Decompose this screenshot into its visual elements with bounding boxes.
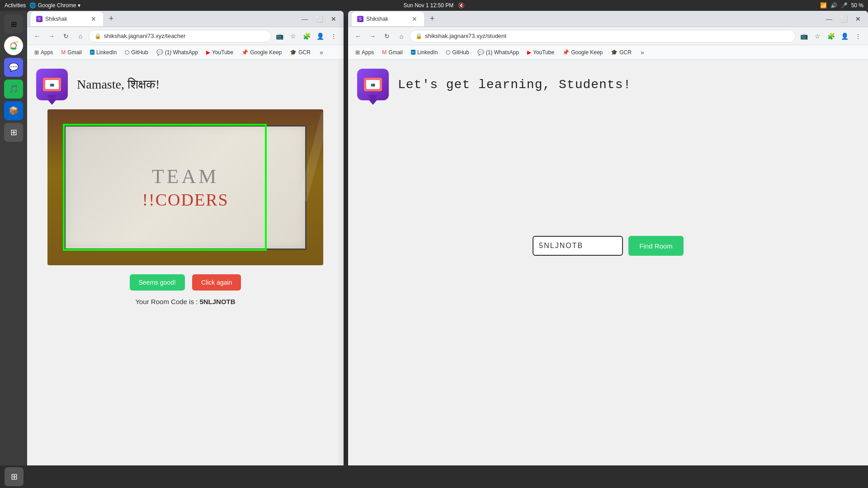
- left-bookmark-gmail-icon: M: [61, 49, 66, 56]
- right-bookmark-youtube-icon: ▶: [527, 49, 531, 56]
- right-bookmark-linkedin[interactable]: in LinkedIn: [407, 48, 442, 56]
- right-minimize-button[interactable]: —: [823, 13, 835, 25]
- sidebar-icon-discord[interactable]: 💬: [4, 58, 23, 77]
- right-address-bar[interactable]: 🔒 shikshak.jagnani73.xyz/student: [410, 30, 796, 42]
- left-bookmark-keep[interactable]: 📌 Google Keep: [238, 48, 285, 56]
- right-bookmark-icon[interactable]: ☆: [811, 30, 824, 42]
- left-bookmark-gcr[interactable]: 🎓 GCR: [286, 48, 314, 56]
- right-bookmark-whatsapp-label: (1) WhatsApp: [486, 49, 519, 56]
- left-forward-button[interactable]: →: [45, 30, 58, 42]
- left-extension-icon[interactable]: 🧩: [300, 30, 313, 42]
- left-maximize-button[interactable]: ⬜: [313, 13, 326, 25]
- right-forward-button[interactable]: →: [366, 30, 379, 42]
- right-bookmark-gmail-label: Gmail: [388, 49, 402, 56]
- right-back-button[interactable]: ←: [352, 30, 364, 42]
- left-nav-actions: 📺 ☆ 🧩 👤 ⋮: [273, 30, 340, 42]
- sidebar-icon-grid[interactable]: ⊞: [4, 123, 23, 142]
- right-bookmark-whatsapp[interactable]: 💬 (1) WhatsApp: [474, 48, 523, 56]
- left-bookmark-whatsapp-icon: 💬: [156, 49, 163, 56]
- left-bookmarks-more[interactable]: »: [317, 48, 326, 57]
- right-nav-actions: 📺 ☆ 🧩 👤 ⋮: [797, 30, 864, 42]
- left-bookmark-gmail[interactable]: M Gmail: [57, 48, 85, 56]
- right-menu-icon[interactable]: ⋮: [852, 30, 864, 42]
- right-home-button[interactable]: ⌂: [395, 30, 408, 42]
- left-tab-close-icon[interactable]: ✕: [90, 15, 98, 23]
- room-code-input[interactable]: [533, 236, 623, 256]
- right-lock-icon: 🔒: [415, 33, 422, 39]
- left-tab-favicon: S: [36, 16, 42, 22]
- left-back-button[interactable]: ←: [31, 30, 43, 42]
- right-bookmark-gcr-icon: 🎓: [611, 49, 618, 56]
- left-bookmark-youtube-icon: ▶: [206, 49, 210, 56]
- left-cast-icon[interactable]: 📺: [273, 30, 286, 42]
- right-extension-icon[interactable]: 🧩: [825, 30, 837, 42]
- right-bookmark-gmail[interactable]: M Gmail: [378, 48, 406, 56]
- left-window-controls: — ⬜ ✕: [298, 13, 340, 25]
- sidebar-icon-activities[interactable]: ⊞: [4, 14, 23, 33]
- browser-label[interactable]: 🌐 Google Chrome ▾: [29, 2, 80, 9]
- whiteboard-line1: TEAM: [152, 165, 219, 188]
- left-bookmark-linkedin[interactable]: in LinkedIn: [86, 48, 121, 56]
- left-bookmarks-bar: ⊞ Apps M Gmail in LinkedIn ⬡ GitHub 💬 (1…: [27, 45, 344, 60]
- left-browser-window: S Shikshak ✕ + — ⬜ ✕ ← → ↻ ⌂ 🔒 shikshak.…: [27, 11, 344, 477]
- find-room-button[interactable]: Find Room: [628, 236, 683, 256]
- datetime-label: Sun Nov 1 12:50 PM: [403, 2, 453, 9]
- whiteboard-line2: !!CODERS: [142, 190, 228, 210]
- right-tab-close-icon[interactable]: ✕: [410, 15, 419, 23]
- right-bookmark-keep-icon: 📌: [562, 49, 569, 56]
- seems-good-button[interactable]: Seems good!: [130, 274, 185, 291]
- sidebar-icon-virtualbox[interactable]: 📦: [4, 101, 23, 120]
- right-bookmark-youtube[interactable]: ▶ YouTube: [524, 48, 558, 56]
- right-bookmark-github[interactable]: ⬡ GitHub: [442, 48, 472, 56]
- left-reload-button[interactable]: ↻: [60, 30, 72, 42]
- teacher-greeting-text: Namaste, शिक्षक!: [77, 77, 160, 91]
- right-tab-label: Shikshak: [366, 16, 388, 22]
- left-bookmark-icon[interactable]: ☆: [287, 30, 299, 42]
- right-bookmark-github-label: GitHub: [452, 49, 469, 56]
- teacher-greeting: Namaste, शिक्षक!: [77, 77, 160, 92]
- right-tab-shikshak[interactable]: S Shikshak ✕: [352, 12, 424, 26]
- left-bookmark-github[interactable]: ⬡ GitHub: [121, 48, 151, 56]
- left-bookmark-gcr-label: GCR: [298, 49, 311, 56]
- left-menu-icon[interactable]: ⋮: [327, 30, 340, 42]
- left-bookmark-linkedin-label: LinkedIn: [96, 49, 117, 56]
- right-bookmark-apps[interactable]: ⊞ Apps: [352, 48, 377, 56]
- left-new-tab-button[interactable]: +: [105, 13, 118, 25]
- right-new-tab-button[interactable]: +: [426, 13, 439, 25]
- right-reload-button[interactable]: ↻: [381, 30, 393, 42]
- find-room-section: Find Room: [357, 236, 859, 256]
- right-cast-icon[interactable]: 📺: [797, 30, 810, 42]
- left-bookmark-youtube[interactable]: ▶ YouTube: [203, 48, 237, 56]
- left-bookmark-apps[interactable]: ⊞ Apps: [31, 48, 57, 56]
- sidebar-icon-spotify[interactable]: 🎵: [4, 80, 23, 99]
- right-profile-icon[interactable]: 👤: [838, 30, 851, 42]
- left-home-button[interactable]: ⌂: [74, 30, 87, 42]
- left-bookmark-whatsapp[interactable]: 💬 (1) WhatsApp: [153, 48, 202, 56]
- right-bookmark-github-icon: ⬡: [446, 49, 450, 56]
- left-tab-shikshak[interactable]: S Shikshak ✕: [31, 12, 103, 26]
- right-close-button[interactable]: ✕: [852, 13, 864, 25]
- right-bookmark-keep[interactable]: 📌 Google Keep: [559, 48, 606, 56]
- left-scrollbar[interactable]: [339, 60, 344, 477]
- left-minimize-button[interactable]: —: [298, 13, 311, 25]
- left-profile-icon[interactable]: 👤: [314, 30, 326, 42]
- right-bookmark-gmail-icon: M: [382, 49, 387, 56]
- bottom-grid-icon[interactable]: ⊞: [5, 467, 24, 486]
- os-topbar: Activities 🌐 Google Chrome ▾ Sun Nov 1 1…: [0, 0, 868, 11]
- action-buttons: Seems good! Click again: [36, 274, 335, 291]
- activities-label[interactable]: Activities: [5, 2, 26, 9]
- battery-label: 50 %: [851, 2, 863, 9]
- click-again-button[interactable]: Click again: [192, 274, 241, 291]
- student-greeting: Let's get learning, Students!: [398, 78, 631, 92]
- os-bottom-bar: ⊞: [0, 465, 868, 488]
- left-close-button[interactable]: ✕: [327, 13, 340, 25]
- left-bookmark-whatsapp-label: (1) WhatsApp: [165, 49, 198, 56]
- left-bookmark-gmail-label: Gmail: [67, 49, 81, 56]
- right-bookmark-gcr[interactable]: 🎓 GCR: [607, 48, 635, 56]
- teacher-page-header: 📺 Namaste, शिक्षक!: [36, 69, 335, 100]
- right-title-bar: S Shikshak ✕ + — ⬜ ✕: [348, 11, 868, 27]
- right-bookmarks-more[interactable]: »: [638, 48, 647, 57]
- sidebar-icon-chrome[interactable]: [4, 36, 23, 55]
- left-address-bar[interactable]: 🔒 shikshak.jagnani73.xyz/teacher: [89, 30, 271, 42]
- right-maximize-button[interactable]: ⬜: [837, 13, 850, 25]
